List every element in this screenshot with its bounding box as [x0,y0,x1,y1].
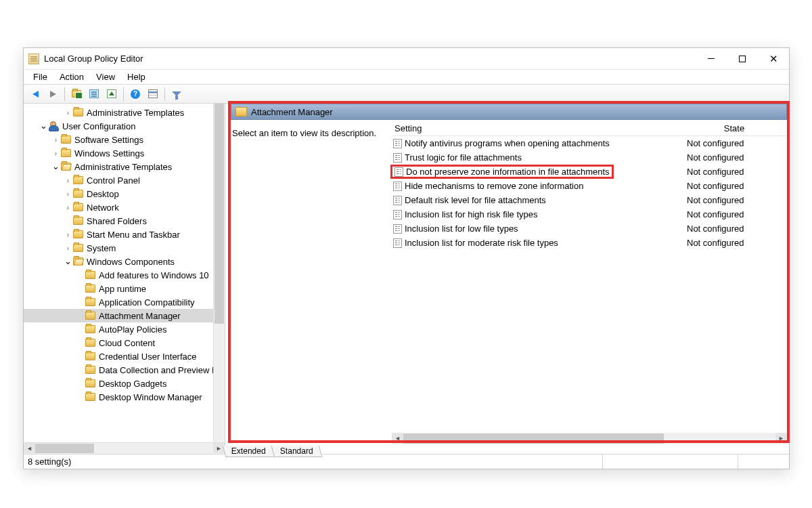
tree-item[interactable]: ›Application Compatibility [24,295,225,309]
user-icon [49,121,59,131]
tree-item[interactable]: ›Desktop Window Manager [24,390,225,404]
chevron-down-icon[interactable]: ⌄ [64,259,72,264]
tree-item-label: Start Menu and Taskbar [87,230,180,240]
tree-item[interactable]: ⌄User Configuration [24,119,225,133]
setting-row[interactable]: Notify antivirus programs when opening a… [392,136,787,150]
folder-icon [73,203,83,211]
tree-item[interactable]: ›Add features to Windows 10 [24,268,225,282]
folder-icon [73,176,83,184]
tree-item[interactable]: ⌄Administrative Templates [24,160,225,173]
folder-icon [85,298,95,306]
setting-row[interactable]: Hide mechanisms to remove zone informati… [392,179,787,193]
tree-item[interactable]: ›Control Panel [24,173,225,187]
toolbar-separator [164,87,165,101]
tree-scroll[interactable]: ›Administrative Templates⌄User Configura… [24,104,225,442]
tree-item[interactable]: ›Data Collection and Preview B [24,363,225,377]
tree-item[interactable]: ›Shared Folders [24,214,225,228]
tree-item[interactable]: ›Attachment Manager [24,309,225,322]
tab-standard[interactable]: Standard [271,446,321,457]
setting-label: Inclusion list for low file types [405,224,684,234]
chevron-right-icon[interactable]: › [64,109,72,117]
tree-item[interactable]: ›App runtime [24,282,225,295]
tree-horizontal-scrollbar[interactable]: ◄ ► [24,442,225,454]
tree-item-label: Windows Settings [74,148,144,158]
annotation-highlight: Do not preserve zone information in file… [390,165,614,179]
chevron-right-icon[interactable]: › [52,136,60,144]
folder-icon [85,352,95,360]
tree-item[interactable]: ›Credential User Interface [24,350,225,363]
tree-item[interactable]: ›Network [24,200,225,214]
tree-item-label: AutoPlay Policies [99,324,166,335]
folder-open-icon [61,163,71,171]
scroll-left-button[interactable]: ◄ [392,433,403,443]
chevron-right-icon[interactable]: › [52,150,60,157]
tree-item[interactable]: ›AutoPlay Policies [24,322,225,336]
export-button[interactable] [104,87,120,102]
chevron-right-icon[interactable]: › [64,204,72,211]
folder-icon [61,135,71,144]
chevron-right-icon[interactable]: › [64,190,72,198]
tree-item[interactable]: ›Software Settings [24,133,225,146]
tree-item-label: App runtime [99,284,146,294]
tab-extended[interactable]: Extended [223,446,275,457]
help-button[interactable]: ? [127,87,143,102]
menu-file[interactable]: File [28,71,53,83]
folder-icon [85,339,95,347]
folder-icon [73,230,83,238]
setting-row[interactable]: Inclusion list for moderate risk file ty… [392,236,787,250]
menu-help[interactable]: Help [122,71,151,83]
tree-item-label: Data Collection and Preview B [99,365,218,375]
setting-state: Not configured [684,209,787,219]
app-icon [28,54,39,64]
chevron-right-icon[interactable]: › [64,231,72,238]
arrow-right-icon [50,91,56,98]
menu-view[interactable]: View [91,71,120,83]
tree-item[interactable]: ›Desktop Gadgets [24,377,225,390]
tree-item-label: User Configuration [62,121,135,131]
chevron-down-icon[interactable]: ⌄ [40,123,47,129]
setting-row[interactable]: Default risk level for file attachmentsN… [392,193,787,207]
tree-item[interactable]: ›Desktop [24,187,225,200]
setting-row[interactable]: Inclusion list for low file typesNot con… [392,221,787,236]
chevron-right-icon[interactable]: › [64,245,72,252]
app-window: Local Group Policy Editor ✕ File Action … [23,47,790,469]
setting-icon [393,210,402,219]
list-horizontal-scrollbar[interactable]: ◄ ► [392,433,787,444]
setting-row[interactable]: Inclusion list for high risk file typesN… [392,207,787,221]
tree-item[interactable]: ›Start Menu and Taskbar [24,228,225,241]
tree-item-label: Windows Components [87,257,175,267]
show-tree-button[interactable] [86,87,102,102]
column-setting[interactable]: Setting [392,123,684,133]
folder-icon [73,190,83,198]
properties-button[interactable] [145,87,161,102]
folder-icon [85,379,95,387]
tree-vertical-scrollbar[interactable] [213,104,225,442]
tree-item-label: Add features to Windows 10 [99,270,209,280]
setting-state: Not configured [684,138,787,148]
close-button[interactable]: ✕ [758,48,789,70]
tree-item[interactable]: ›System [24,241,225,255]
chevron-down-icon[interactable]: ⌄ [52,164,60,169]
tree-item[interactable]: ⌄Windows Components [24,255,225,268]
forward-button[interactable] [45,87,61,102]
scroll-left-button[interactable]: ◄ [24,443,35,453]
tree-item[interactable]: ›Cloud Content [24,336,225,350]
setting-row[interactable]: Trust logic for file attachmentsNot conf… [392,150,787,165]
tree-item-label: Desktop Gadgets [99,379,166,389]
maximize-button[interactable] [727,48,758,70]
up-folder-button[interactable] [68,87,85,102]
menu-action[interactable]: Action [54,71,89,83]
column-state[interactable]: State [684,123,787,133]
status-bar: 8 setting(s) [24,454,789,469]
tree-item[interactable]: ›Administrative Templates [24,106,225,119]
minimize-button[interactable] [696,48,727,70]
back-button[interactable] [27,87,43,102]
filter-button[interactable] [168,87,185,102]
folder-icon [85,312,95,320]
setting-icon [393,196,402,205]
setting-row[interactable]: Do not preserve zone information in file… [392,165,787,179]
chevron-right-icon[interactable]: › [64,177,72,184]
scroll-right-button[interactable]: ► [775,433,787,443]
tree-icon [89,89,99,98]
tree-item[interactable]: ›Windows Settings [24,146,225,160]
